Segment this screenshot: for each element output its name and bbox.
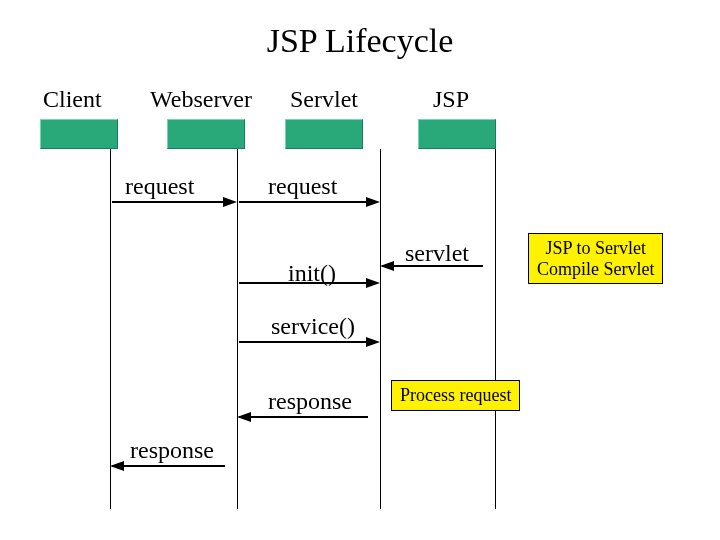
lifeline-client xyxy=(110,149,111,509)
note-compile-line1: JSP to Servlet xyxy=(546,238,646,258)
note-compile-line2: Compile Servlet xyxy=(537,259,654,279)
lane-label-jsp: JSP xyxy=(433,86,469,113)
lifeline-jsp xyxy=(495,149,496,509)
label-service: service() xyxy=(271,313,355,340)
arrow-line xyxy=(239,201,368,203)
arrow-line xyxy=(239,416,368,418)
lane-label-servlet: Servlet xyxy=(290,86,358,113)
lane-label-client: Client xyxy=(43,86,102,113)
label-servlet: servlet xyxy=(405,240,469,267)
lifeline-servlet xyxy=(380,149,381,509)
lifeline-webserver xyxy=(237,149,238,509)
arrow-left-icon xyxy=(380,261,394,271)
arrow-right-icon xyxy=(366,278,380,288)
lane-box-client xyxy=(40,119,118,149)
lane-box-servlet xyxy=(285,119,363,149)
arrow-right-icon xyxy=(366,337,380,347)
page-title: JSP Lifecycle xyxy=(0,22,720,60)
lane-box-jsp xyxy=(418,119,496,149)
lane-box-webserver xyxy=(167,119,245,149)
label-response-1: response xyxy=(130,437,214,464)
arrow-line xyxy=(112,201,225,203)
note-process-line1: Process request xyxy=(400,385,511,405)
label-init: init() xyxy=(288,260,336,287)
arrow-right-icon xyxy=(223,197,237,207)
arrow-left-icon xyxy=(237,412,251,422)
lane-label-webserver: Webserver xyxy=(150,86,252,113)
arrow-line xyxy=(112,465,225,467)
arrow-line xyxy=(239,341,368,343)
label-request-1: request xyxy=(125,173,194,200)
label-request-2: request xyxy=(268,173,337,200)
note-compile: JSP to Servlet Compile Servlet xyxy=(528,233,663,284)
arrow-left-icon xyxy=(110,461,124,471)
note-process: Process request xyxy=(391,380,520,411)
arrow-right-icon xyxy=(366,197,380,207)
label-response-2: response xyxy=(268,388,352,415)
